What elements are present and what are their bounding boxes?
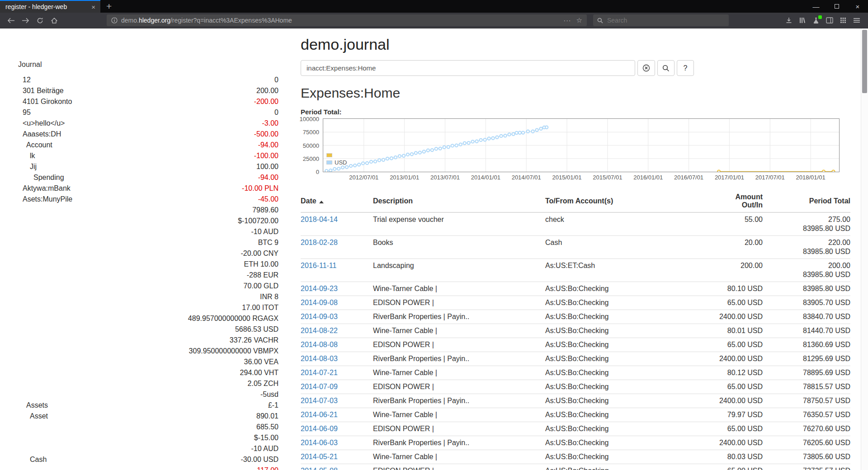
forward-button[interactable] (18, 13, 33, 28)
period-total-line: 220.00 (763, 238, 850, 247)
window-maximize-button[interactable] (826, 0, 847, 13)
sidebar-row: Asset890.01 (18, 411, 278, 422)
sidebar-account-link[interactable]: 4101 Girokonto (18, 96, 72, 107)
sidebars-button[interactable] (823, 13, 836, 28)
sidebar-account-balance: -200.00 (254, 96, 278, 107)
period-total-line: 200.00 (763, 261, 850, 270)
register-row: 2014-07-21Wine-Tarner Cable |As:US:Bo:Ch… (301, 366, 850, 380)
sidebar-account-link[interactable]: 12 (18, 75, 31, 85)
transaction-date-link[interactable]: 2018-04-14 (301, 216, 338, 223)
transaction-period-total: 83840.70 USD (763, 310, 850, 324)
bookmark-star-icon[interactable]: ☆ (576, 16, 582, 24)
page-scrollbar[interactable] (861, 28, 868, 470)
transaction-date-link[interactable]: 2014-05-21 (301, 453, 338, 461)
sidebar-account-link[interactable]: Spending (18, 172, 64, 183)
transaction-account: As:US:Bo:Checking (545, 324, 714, 338)
period-total-line: 76350.57 USD (763, 410, 850, 419)
submit-search-button[interactable] (657, 60, 675, 76)
transaction-date-link[interactable]: 2014-09-08 (301, 299, 338, 306)
sidebar-account-link[interactable]: Cash (18, 454, 47, 465)
query-input[interactable] (301, 60, 635, 76)
transaction-date-link[interactable]: 2014-06-03 (301, 439, 338, 446)
sidebar-row: 7989.60 (18, 205, 278, 216)
forward-arrow-icon (22, 18, 29, 24)
sidebar-row: 950 (18, 107, 278, 118)
period-total-line: 81360.69 USD (763, 340, 850, 349)
transaction-description: Books (373, 236, 545, 259)
sidebar-account-balance: ETH 10.00 (244, 259, 278, 270)
browser-tab[interactable]: register - hledger-web × (0, 0, 100, 13)
maximize-icon (835, 4, 839, 9)
sidebar-account-link[interactable]: Jij (18, 161, 37, 172)
sidebar-row: 5686.53 USD (18, 324, 278, 335)
transaction-date-cell: 2014-06-21 (301, 408, 373, 422)
transaction-date-link[interactable]: 2014-07-21 (301, 369, 338, 376)
legend-entry: USD (326, 160, 347, 165)
site-info-icon[interactable] (111, 17, 118, 24)
transaction-account: As:US:Bo:Checking (545, 338, 714, 352)
transaction-date-link[interactable]: 2014-09-23 (301, 285, 338, 292)
y-axis-tick-label: 25000 (303, 155, 319, 162)
url-bar[interactable]: demo.hledger.org/register?q=inacct%3AExp… (107, 14, 587, 26)
sidebar-account-balance: -94.00 (258, 172, 278, 183)
transaction-date-cell: 2018-04-14 (301, 212, 373, 236)
page-actions-icon[interactable]: ··· (564, 17, 571, 24)
transaction-date-link[interactable]: 2014-07-09 (301, 383, 338, 390)
back-button[interactable] (4, 13, 18, 28)
x-axis-tick-label: 2016/01/01 (633, 174, 663, 181)
y-axis-tick-label: 0 (316, 169, 319, 175)
sidebar-row: INR 8 (18, 291, 278, 302)
transaction-date-link[interactable]: 2014-08-03 (301, 355, 338, 362)
y-axis-tick-label: 75000 (303, 129, 319, 136)
transaction-account: As:US:Bo:Checking (545, 296, 714, 310)
tab-close-icon[interactable]: × (89, 3, 98, 11)
transaction-description: Wine-Tarner Cable | (373, 324, 545, 338)
library-button[interactable] (796, 13, 809, 28)
transaction-date-link[interactable]: 2018-02-28 (301, 239, 338, 246)
scrollbar-thumb[interactable] (862, 30, 867, 93)
transaction-date-link[interactable]: 2014-06-21 (301, 411, 338, 418)
new-tab-button[interactable]: + (100, 0, 118, 13)
transaction-date-link[interactable]: 2014-08-08 (301, 341, 338, 348)
downloads-button[interactable] (782, 13, 796, 28)
browser-search-bar[interactable] (593, 14, 729, 26)
window-close-button[interactable]: × (847, 0, 868, 13)
transaction-date-link[interactable]: 2016-11-11 (301, 262, 336, 269)
browser-search-input[interactable] (606, 16, 725, 24)
sidebar-row: 36.00 VEA (18, 357, 278, 367)
sidebar-account-balance: 70.00 GLD (244, 281, 278, 291)
transaction-date-link[interactable]: 2014-05-08 (301, 467, 338, 470)
sidebar-account-link[interactable]: Aktywa:mBank (18, 183, 71, 194)
transaction-date-cell: 2014-05-21 (301, 450, 373, 464)
transaction-amount: 80.01 USD (714, 324, 763, 338)
sidebar-account-link[interactable]: lk (18, 150, 35, 161)
grid-menu-button[interactable] (836, 13, 850, 28)
transaction-description: Wine-Tarner Cable | (373, 366, 545, 380)
reload-button[interactable] (33, 13, 47, 28)
extension-button[interactable] (809, 13, 823, 28)
home-button[interactable] (47, 13, 61, 28)
clear-query-button[interactable] (637, 60, 655, 76)
sidebar-account-link[interactable]: Assets (18, 400, 48, 411)
transaction-date-link[interactable]: 2014-06-09 (301, 425, 338, 432)
transaction-date-link[interactable]: 2014-07-03 (301, 397, 338, 404)
transaction-date-link[interactable]: 2014-08-22 (301, 327, 338, 334)
sidebar-journal-link[interactable]: Journal (18, 60, 278, 69)
menu-button[interactable] (850, 13, 863, 28)
sidebar-account-link[interactable]: Asets:MunyPile (18, 194, 72, 205)
sidebar-account-balance: 36.00 VEA (244, 357, 279, 367)
sidebar-account-link[interactable]: 95 (18, 107, 31, 118)
transaction-date-link[interactable]: 2014-09-03 (301, 313, 338, 320)
sidebar-account-link[interactable]: Aaasets:DH (18, 129, 61, 140)
transaction-account: As:US:Bo:Checking (545, 394, 714, 408)
transaction-period-total: 83905.70 USD (763, 296, 850, 310)
sidebar-account-link[interactable]: Asset (18, 411, 48, 422)
window-minimize-button[interactable]: — (806, 0, 826, 13)
transaction-period-total: 78815.57 USD (763, 380, 850, 394)
sidebar-account-link[interactable]: Account (18, 140, 52, 150)
help-button[interactable]: ? (677, 60, 694, 76)
transaction-amount: 79.97 USD (714, 408, 763, 422)
sidebar-account-link[interactable]: 301 Beiträge (18, 85, 64, 96)
sidebar-account-link[interactable]: <u>hello</u> (18, 118, 65, 129)
column-header-date[interactable]: Date (301, 193, 373, 212)
